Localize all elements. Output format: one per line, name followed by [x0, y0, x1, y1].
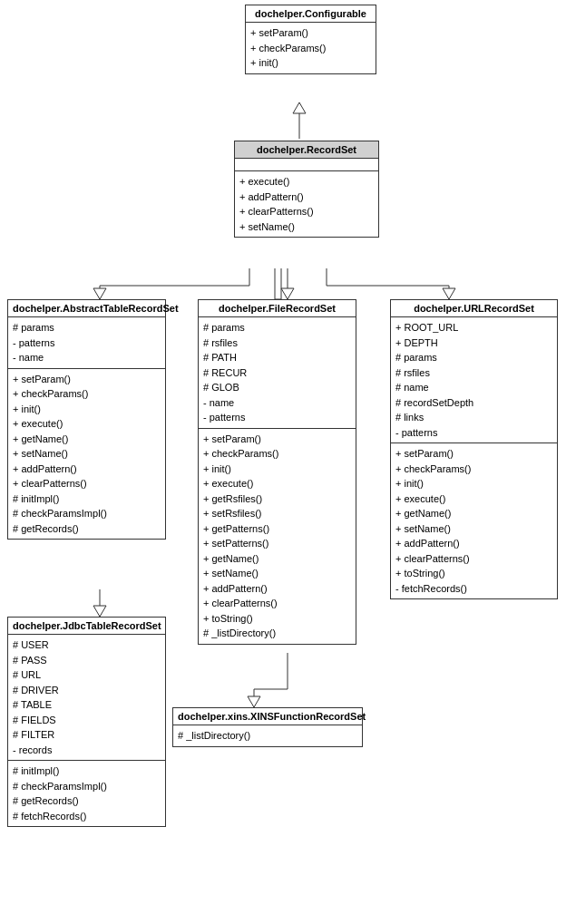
- configurable-box: dochelper.Configurable + setParam()+ che…: [245, 5, 376, 74]
- xins-title: dochelper.xins.XINSFunctionRecordSet: [173, 708, 362, 725]
- filerecordset-title: dochelper.FileRecordSet: [199, 300, 356, 317]
- svg-marker-16: [93, 606, 106, 617]
- svg-marker-8: [93, 288, 106, 299]
- svg-marker-12: [443, 288, 455, 299]
- urlrecordset-title: dochelper.URLRecordSet: [391, 300, 557, 317]
- filerecordset-box: dochelper.FileRecordSet # params# rsfile…: [198, 299, 356, 645]
- abstracttable-box: dochelper.AbstractTableRecordSet # param…: [7, 299, 166, 540]
- diagram: dochelper.Configurable + setParam()+ che…: [0, 0, 566, 924]
- urlrecordset-fields: + ROOT_URL+ DEPTH# params# rsfiles# name…: [391, 317, 557, 443]
- filerecordset-methods: + setParam()+ checkParams()+ init()+ exe…: [199, 429, 356, 644]
- svg-marker-1: [293, 102, 306, 113]
- recordset-empty: [235, 159, 378, 171]
- jdbctable-title: dochelper.JdbcTableRecordSet: [8, 618, 165, 635]
- svg-marker-20: [248, 696, 260, 707]
- recordset-methods: + execute()+ addPattern()+ clearPatterns…: [235, 171, 378, 237]
- jdbctable-fields: # USER# PASS# URL# DRIVER# TABLE# FIELDS…: [8, 635, 165, 761]
- svg-marker-14: [281, 288, 294, 299]
- recordset-box: dochelper.RecordSet + execute()+ addPatt…: [234, 141, 379, 238]
- configurable-title: dochelper.Configurable: [246, 5, 376, 23]
- recordset-title: dochelper.RecordSet: [235, 141, 378, 159]
- xins-methods: # _listDirectory(): [173, 725, 362, 746]
- urlrecordset-methods: + setParam()+ checkParams()+ init()+ exe…: [391, 443, 557, 598]
- urlrecordset-box: dochelper.URLRecordSet + ROOT_URL+ DEPTH…: [390, 299, 558, 599]
- jdbctable-box: dochelper.JdbcTableRecordSet # USER# PAS…: [7, 617, 166, 827]
- abstracttable-fields: # params- patterns- name: [8, 317, 165, 369]
- jdbctable-methods: # initImpl()# checkParamsImpl()# getReco…: [8, 761, 165, 826]
- filerecordset-fields: # params# rsfiles# PATH# RECUR# GLOB- na…: [199, 317, 356, 429]
- abstracttable-methods: + setParam()+ checkParams()+ init()+ exe…: [8, 369, 165, 540]
- configurable-methods: + setParam()+ checkParams()+ init(): [246, 23, 376, 73]
- xins-box: dochelper.xins.XINSFunctionRecordSet # _…: [172, 707, 363, 747]
- abstracttable-title: dochelper.AbstractTableRecordSet: [8, 300, 165, 317]
